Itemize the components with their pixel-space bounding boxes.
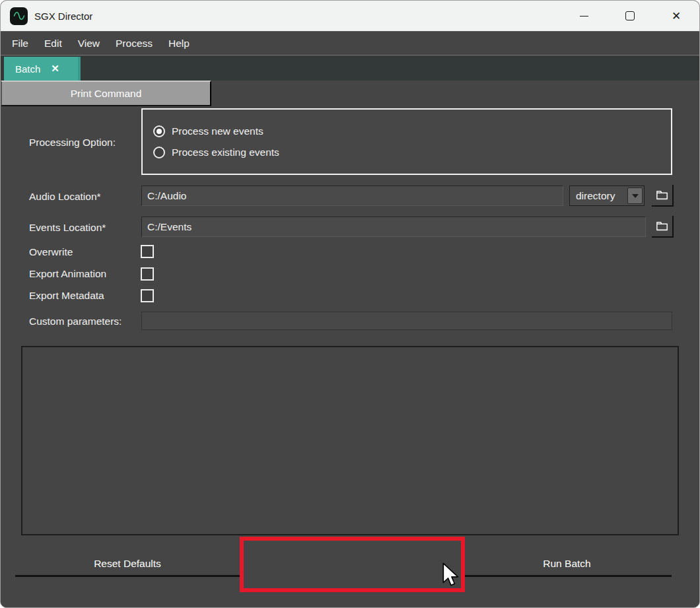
audio-location-type-value: directory (576, 190, 627, 202)
title-bar: SGX Director ✕ (1, 1, 699, 32)
radio-row-existing-events[interactable]: Process existing events (153, 147, 671, 158)
export-animation-checkbox[interactable] (141, 267, 154, 281)
folder-icon (656, 189, 668, 201)
radio-process-new-events[interactable] (153, 125, 165, 137)
minimize-icon (580, 16, 588, 17)
run-batch-button[interactable]: Run Batch (462, 552, 672, 577)
custom-parameters-input[interactable] (141, 312, 672, 330)
app-logo-icon (10, 7, 28, 25)
batch-panel: Processing Option: Process new events Pr… (1, 81, 699, 607)
export-metadata-label: Export Metadata (29, 290, 104, 302)
processing-option-group: Process new events Process existing even… (141, 108, 672, 175)
audio-location-browse-button[interactable] (652, 185, 674, 207)
tab-close-icon[interactable]: ✕ (51, 63, 59, 75)
annotation-highlight-box (240, 537, 465, 592)
output-console[interactable] (21, 346, 679, 535)
menu-edit[interactable]: Edit (36, 32, 70, 55)
window-controls: ✕ (569, 1, 691, 32)
audio-location-type-dropdown[interactable]: directory (569, 186, 645, 206)
menu-view[interactable]: View (70, 32, 108, 55)
radio-process-existing-events-label: Process existing events (172, 147, 279, 158)
close-button[interactable]: ✕ (661, 1, 691, 32)
overwrite-label: Overwrite (29, 246, 73, 258)
processing-option-label: Processing Option: (29, 137, 116, 149)
audio-location-label: Audio Location* (29, 191, 101, 203)
events-location-input[interactable] (141, 217, 646, 237)
window-title: SGX Director (34, 11, 92, 22)
app-window: SGX Director ✕ File Edit View Process He… (0, 0, 700, 608)
radio-process-new-events-label: Process new events (172, 125, 263, 137)
tab-bar: Batch ✕ (1, 56, 699, 81)
radio-row-new-events[interactable]: Process new events (153, 125, 671, 137)
events-location-browse-button[interactable] (652, 216, 674, 238)
menu-process[interactable]: Process (108, 32, 160, 55)
export-animation-label: Export Animation (29, 268, 106, 280)
print-command-button[interactable]: Print Command (1, 81, 211, 106)
minimize-button[interactable] (569, 1, 599, 32)
export-metadata-checkbox[interactable] (141, 289, 154, 302)
reset-defaults-button[interactable]: Reset Defaults (15, 552, 240, 577)
dropdown-arrow-button[interactable] (627, 187, 643, 204)
mouse-cursor (442, 562, 460, 589)
overwrite-checkbox[interactable] (141, 245, 154, 258)
chevron-down-icon (632, 194, 639, 198)
tab-batch-label: Batch (15, 63, 40, 75)
radio-process-existing-events[interactable] (153, 147, 165, 158)
menu-help[interactable]: Help (160, 32, 197, 55)
menu-bar: File Edit View Process Help (1, 32, 699, 55)
audio-location-input[interactable] (141, 186, 563, 206)
tab-batch[interactable]: Batch ✕ (4, 57, 81, 81)
close-icon: ✕ (672, 11, 681, 22)
maximize-button[interactable] (615, 1, 645, 32)
events-location-label: Events Location* (29, 222, 106, 234)
maximize-icon (625, 11, 635, 20)
custom-parameters-label: Custom parameters: (29, 316, 122, 327)
folder-icon (656, 220, 668, 232)
menu-file[interactable]: File (4, 32, 36, 55)
